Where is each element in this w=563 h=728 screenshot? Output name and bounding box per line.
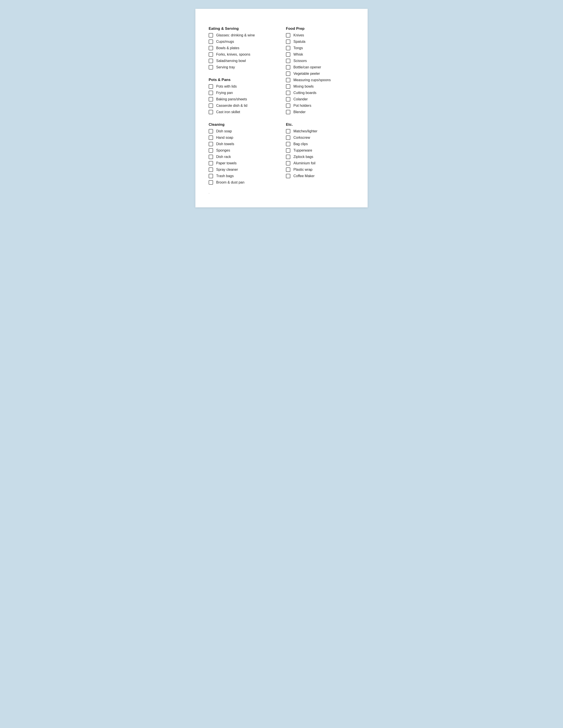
checkbox[interactable] [209,46,213,50]
checkbox[interactable] [209,161,213,165]
section-title: Etc. [286,122,354,127]
right-column: Food PrepKnivesSpatulaTongsWhiskScissors… [277,26,354,187]
checkbox[interactable] [286,110,290,114]
item-label: Dish rack [216,155,231,159]
checkbox[interactable] [286,167,290,172]
item-label: Plastic wrap [294,168,313,172]
list-item: Spray cleaner [209,167,277,172]
checkbox[interactable] [286,71,290,76]
checkbox[interactable] [209,129,213,133]
checkbox[interactable] [286,174,290,178]
list-item: Whisk [286,52,354,57]
list-item: Dish towels [209,142,277,146]
checkbox[interactable] [209,155,213,159]
list-item: Coffee Maker [286,174,354,178]
item-label: Pot holders [294,104,311,108]
list-item: Glasses: drinking & wine [209,33,277,38]
list-item: Cups/mugs [209,39,277,44]
list-item: Blender [286,110,354,114]
list-item: Vegetable peeler [286,71,354,76]
list-item: Dish rack [209,155,277,159]
checkbox[interactable] [209,59,213,63]
checkbox[interactable] [209,103,213,108]
checkbox[interactable] [209,52,213,57]
checkbox[interactable] [286,142,290,146]
checkbox[interactable] [286,65,290,69]
checkbox[interactable] [209,135,213,140]
checkbox[interactable] [286,39,290,44]
checkbox[interactable] [209,39,213,44]
checkbox[interactable] [286,91,290,95]
checkbox[interactable] [286,46,290,50]
item-label: Vegetable peeler [294,72,320,76]
checkbox[interactable] [286,129,290,133]
checkbox[interactable] [209,65,213,69]
item-label: Dish soap [216,129,232,133]
footer-dot: . [209,191,354,194]
section: Eating & ServingGlasses: drinking & wine… [209,26,277,69]
item-label: Casserole dish & lid [216,104,247,108]
checkbox[interactable] [286,148,290,153]
list-item: Corkscrew [286,135,354,140]
page: Eating & ServingGlasses: drinking & wine… [195,9,368,207]
section: Food PrepKnivesSpatulaTongsWhiskScissors… [286,26,354,114]
item-label: Cups/mugs [216,40,234,44]
item-label: Frying pan [216,91,233,95]
section-title: Food Prep [286,26,354,31]
checkbox[interactable] [209,110,213,114]
checkbox[interactable] [286,155,290,159]
section: Etc.Matches/lighterCorkscrewBag clipsTup… [286,122,354,178]
checkbox[interactable] [286,78,290,82]
checkbox[interactable] [209,148,213,153]
list-item: Aluminium foil [286,161,354,165]
checkbox[interactable] [286,97,290,101]
item-label: Bowls & plates [216,46,239,50]
list-item: Knives [286,33,354,38]
checkbox[interactable] [286,135,290,140]
checkbox[interactable] [209,84,213,89]
section-title: Eating & Serving [209,26,277,31]
item-label: Trash bags [216,174,233,178]
item-label: Scissors [294,59,307,63]
item-label: Bag clips [294,142,308,146]
list-item: Forks, knives, spoons [209,52,277,57]
section-title: Cleaning [209,122,277,127]
list-item: Mixing bowls [286,84,354,89]
item-label: Spray cleaner [216,168,238,172]
checkbox[interactable] [209,174,213,178]
item-label: Dish towels [216,142,234,146]
item-label: Matches/lighter [294,129,318,133]
item-label: Bottle/can opener [294,65,321,69]
checkbox[interactable] [209,97,213,101]
list-item: Serving tray [209,65,277,69]
checkbox[interactable] [209,180,213,185]
item-label: Hand soap [216,136,233,140]
item-label: Corkscrew [294,136,310,140]
list-item: Bowls & plates [209,46,277,50]
list-item: Matches/lighter [286,129,354,133]
item-label: Pots with lids [216,84,237,88]
item-label: Coffee Maker [294,174,315,178]
item-label: Spatula [294,40,305,44]
checkbox[interactable] [286,59,290,63]
list-item: Scissors [286,59,354,63]
list-item: Measuring cups/spoons [286,78,354,82]
list-item: Colander [286,97,354,101]
item-label: Ziplock bags [294,155,313,159]
checkbox[interactable] [286,52,290,57]
checkbox[interactable] [209,91,213,95]
list-item: Ziplock bags [286,155,354,159]
item-label: Forks, knives, spoons [216,53,250,56]
checkbox[interactable] [209,167,213,172]
list-item: Cast iron skillet [209,110,277,114]
checkbox[interactable] [286,103,290,108]
checkbox[interactable] [209,33,213,38]
item-label: Paper towels [216,161,237,165]
checklist-columns: Eating & ServingGlasses: drinking & wine… [209,26,354,187]
item-label: Knives [294,33,304,37]
checkbox[interactable] [286,84,290,89]
checkbox[interactable] [286,33,290,38]
checkbox[interactable] [209,142,213,146]
checkbox[interactable] [286,161,290,165]
item-label: Colander [294,97,308,101]
